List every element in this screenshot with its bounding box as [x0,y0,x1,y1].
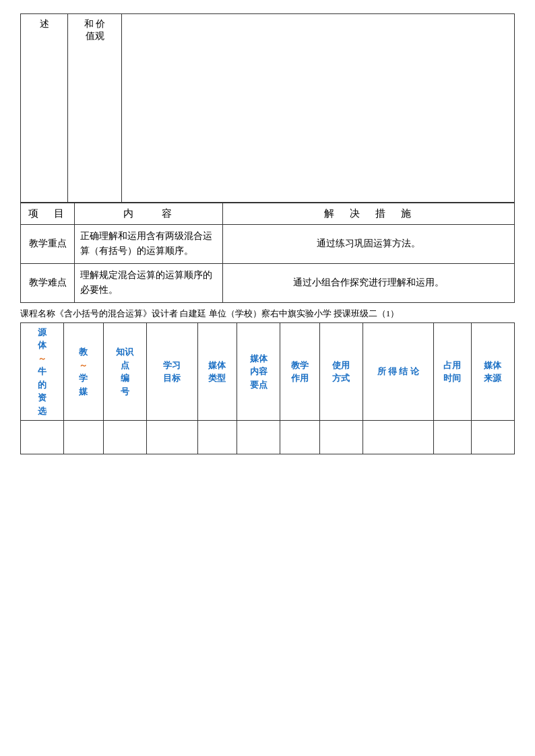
mid-row2-content: 理解规定混合运算的运算顺序的必要性。 [75,263,223,302]
mid-row1-solution: 通过练习巩固运算方法。 [223,225,515,264]
bottom-header-9: 所 得 结 论 [363,322,433,421]
bottom-data-1-8 [319,421,363,454]
bottom-data-1-4 [146,421,197,454]
mid-row-2: 教学难点 理解规定混合运算的运算顺序的必要性。 通过小组合作探究进行理解和运用。 [21,263,515,302]
bottom-header-2: 教～学媒 [64,322,103,421]
top-label-cell: 述 [21,14,68,203]
bottom-header-8: 使用方式 [319,322,363,421]
top-label-text: 述 [40,19,49,29]
bottom-data-1-3 [103,421,146,454]
bottom-header-row: 源体～牛的资选 教～学媒 知识点编号 学习目标 媒体类型 媒体内容要点 教学作用… [21,322,515,421]
bottom-data-1-5 [197,421,237,454]
bottom-spacer [20,454,515,495]
mid-header-col1: 项 目 [21,203,75,225]
bottom-header-11: 媒体来源 [471,322,514,421]
bottom-header-7: 教学作用 [280,322,319,421]
top-subheader-text: 和 价值观 [84,19,106,41]
bottom-data-1-6 [237,421,280,454]
bottom-header-5: 媒体类型 [197,322,237,421]
mid-row2-label: 教学难点 [21,263,75,302]
bottom-data-row-1 [21,421,515,454]
mid-row1-content: 正确理解和运用含有两级混合运算（有括号）的运算顺序。 [75,225,223,264]
mid-header-col2: 内 容 [75,203,223,225]
bottom-data-1-11 [471,421,514,454]
bottom-header-4: 学习目标 [146,322,197,421]
bottom-data-1-7 [280,421,319,454]
mid-row2-solution: 通过小组合作探究进行理解和运用。 [223,263,515,302]
bottom-header-6: 媒体内容要点 [237,322,280,421]
top-subheader-cell: 和 价值观 [68,14,122,203]
mid-table: 项 目 内 容 解 决 措 施 教学重点 正确理解和运用含有两级混合运算（有括号… [20,203,515,303]
bottom-data-1-9 [363,421,433,454]
top-content-cell [122,14,515,203]
bottom-header-3: 知识点编号 [103,322,146,421]
bottom-data-1-10 [433,421,471,454]
bottom-header-10: 占用时间 [433,322,471,421]
bottom-table: 源体～牛的资选 教～学媒 知识点编号 学习目标 媒体类型 媒体内容要点 教学作用… [20,322,515,455]
mid-header-col3: 解 决 措 施 [223,203,515,225]
mid-row-1: 教学重点 正确理解和运用含有两级混合运算（有括号）的运算顺序。 通过练习巩固运算… [21,225,515,264]
course-info-line: 课程名称《含小括号的混合运算》设计者 白建廷 单位（学校）察右中旗实验小学 授课… [20,306,515,321]
bottom-header-1: 源体～牛的资选 [21,322,64,421]
bottom-data-1-2 [64,421,103,454]
top-table: 述 和 价值观 [20,13,515,203]
bottom-data-1-1 [21,421,64,454]
mid-row1-label: 教学重点 [21,225,75,264]
